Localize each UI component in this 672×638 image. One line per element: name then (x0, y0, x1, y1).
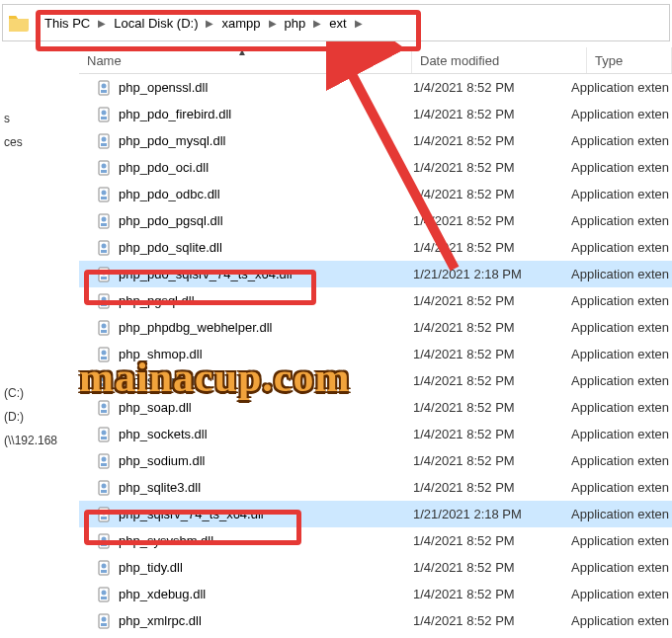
nav-tree-item-fragment[interactable] (0, 371, 79, 381)
file-row[interactable]: php_snmp.dll1/4/2021 8:52 PMApplication … (79, 367, 672, 394)
dll-file-icon (97, 133, 113, 149)
dll-file-icon (97, 213, 113, 229)
file-type: Application exten (571, 373, 672, 388)
file-type: Application exten (571, 400, 672, 415)
file-row[interactable]: php_shmop.dll1/4/2021 8:52 PMApplication… (79, 341, 672, 367)
file-row[interactable]: php_sqlite3.dll1/4/2021 8:52 PMApplicati… (79, 474, 672, 501)
dll-file-icon (97, 267, 113, 282)
file-date: 1/21/2021 2:18 PM (413, 267, 571, 281)
file-type: Application exten (571, 160, 672, 175)
dll-file-icon (97, 560, 113, 576)
file-row[interactable]: php_pdo_mysql.dll1/4/2021 8:52 PMApplica… (79, 127, 672, 154)
file-date: 1/4/2021 8:52 PM (413, 133, 571, 148)
file-date: 1/4/2021 8:52 PM (413, 373, 571, 388)
file-type: Application exten (571, 533, 672, 548)
file-name: php_soap.dll (119, 400, 192, 415)
address-bar[interactable]: This PC▶Local Disk (D:)▶xampp▶php▶ext▶ (2, 4, 670, 41)
file-date: 1/4/2021 8:52 PM (413, 480, 571, 495)
chevron-right-icon[interactable]: ▶ (353, 18, 365, 29)
svg-point-61 (102, 616, 107, 621)
file-row[interactable]: php_soap.dll1/4/2021 8:52 PMApplication … (79, 394, 672, 421)
svg-rect-35 (101, 383, 107, 386)
chevron-right-icon[interactable]: ▶ (311, 18, 323, 29)
nav-tree-item-fragment[interactable]: (D:) (0, 405, 79, 429)
breadcrumb-segment[interactable]: Local Disk (D:) (108, 5, 204, 40)
file-date: 1/4/2021 8:52 PM (413, 347, 571, 361)
file-name: php_sqlite3.dll (119, 480, 201, 495)
nav-tree-item-fragment[interactable]: s (0, 107, 79, 130)
file-row[interactable]: php_xmlrpc.dll1/4/2021 8:52 PMApplicatio… (79, 607, 672, 634)
svg-rect-11 (101, 170, 107, 173)
svg-point-37 (102, 403, 107, 408)
file-row[interactable]: php_tidy.dll1/4/2021 8:52 PMApplication … (79, 554, 672, 581)
svg-point-46 (102, 483, 107, 488)
svg-rect-41 (101, 437, 107, 439)
file-name: php_pdo_mysql.dll (119, 133, 225, 148)
file-date: 1/4/2021 8:52 PM (413, 533, 571, 548)
file-type: Application exten (571, 427, 672, 441)
file-row[interactable]: php_phpdbg_webhelper.dll1/4/2021 8:52 PM… (79, 314, 672, 341)
nav-tree-item-fragment[interactable]: ces (0, 130, 79, 154)
file-type: Application exten (571, 187, 672, 201)
nav-tree-item-fragment[interactable] (0, 154, 79, 164)
dll-file-icon (97, 507, 113, 522)
dll-file-icon (97, 160, 113, 176)
column-header-date[interactable]: Date modified (412, 47, 587, 73)
svg-rect-53 (101, 543, 107, 546)
chevron-right-icon[interactable]: ▶ (267, 18, 279, 29)
file-row[interactable]: php_pgsql.dll1/4/2021 8:52 PMApplication… (79, 287, 672, 314)
file-row[interactable]: php_pdo_pgsql.dll1/4/2021 8:52 PMApplica… (79, 207, 672, 234)
file-type: Application exten (571, 507, 672, 521)
svg-point-28 (102, 323, 107, 328)
sort-indicator-icon: ▲ (237, 46, 247, 57)
file-type: Application exten (571, 613, 672, 628)
file-date: 1/4/2021 8:52 PM (413, 80, 571, 95)
svg-point-16 (102, 216, 107, 221)
svg-rect-38 (101, 410, 107, 413)
file-row[interactable]: php_pdo_sqlite.dll1/4/2021 8:52 PMApplic… (79, 234, 672, 261)
nav-tree-item-fragment[interactable] (0, 361, 79, 371)
dll-file-icon (97, 347, 113, 362)
file-row[interactable]: php_pdo_sqlsrv_74_ts_x64.dll1/21/2021 2:… (79, 261, 672, 287)
file-name: php_xmlrpc.dll (119, 613, 202, 628)
file-row[interactable]: php_sqlsrv_74_ts_x64.dll1/21/2021 2:18 P… (79, 501, 672, 527)
svg-rect-32 (101, 357, 107, 359)
file-row[interactable]: php_pdo_odbc.dll1/4/2021 8:52 PMApplicat… (79, 181, 672, 207)
svg-rect-20 (101, 250, 107, 253)
breadcrumb-segment[interactable]: php (279, 5, 312, 40)
file-row[interactable]: php_sysvshm.dll1/4/2021 8:52 PMApplicati… (79, 527, 672, 554)
chevron-right-icon[interactable]: ▶ (96, 18, 108, 29)
dll-file-icon (97, 320, 113, 336)
nav-tree-item-fragment[interactable]: (\\192.168 (0, 429, 79, 452)
breadcrumb-segment[interactable]: This PC (39, 5, 96, 40)
file-date: 1/4/2021 8:52 PM (413, 293, 571, 308)
file-type: Application exten (571, 240, 672, 255)
file-date: 1/4/2021 8:52 PM (413, 320, 571, 335)
nav-tree-item-fragment[interactable]: (C:) (0, 381, 79, 405)
file-name: php_pdo_sqlsrv_74_ts_x64.dll (119, 267, 293, 281)
dll-file-icon (97, 480, 113, 496)
breadcrumb-segment[interactable]: xampp (215, 5, 266, 40)
dll-file-icon (97, 427, 113, 442)
chevron-right-icon[interactable]: ▶ (204, 18, 215, 29)
file-name: php_pdo_firebird.dll (119, 107, 231, 121)
file-row[interactable]: php_sodium.dll1/4/2021 8:52 PMApplicatio… (79, 447, 672, 474)
file-row[interactable]: php_sockets.dll1/4/2021 8:52 PMApplicati… (79, 421, 672, 447)
svg-point-1 (102, 83, 107, 88)
column-header-type[interactable]: Type (587, 47, 672, 73)
svg-point-40 (102, 430, 107, 435)
svg-point-7 (102, 136, 107, 141)
dll-file-icon (97, 187, 113, 202)
file-row[interactable]: php_pdo_firebird.dll1/4/2021 8:52 PMAppl… (79, 101, 672, 127)
file-row[interactable]: php_xdebug.dll1/4/2021 8:52 PMApplicatio… (79, 581, 672, 607)
dll-file-icon (97, 453, 113, 469)
file-row[interactable]: php_openssl.dll1/4/2021 8:52 PMApplicati… (79, 74, 672, 101)
breadcrumb-segment[interactable]: ext (323, 5, 352, 40)
file-name: php_xdebug.dll (119, 587, 206, 601)
svg-point-49 (102, 510, 107, 515)
file-type: Application exten (571, 213, 672, 228)
file-row[interactable]: php_pdo_oci.dll1/4/2021 8:52 PMApplicati… (79, 154, 672, 181)
svg-point-10 (102, 163, 107, 168)
file-name: php_pdo_pgsql.dll (119, 213, 223, 228)
file-date: 1/4/2021 8:52 PM (413, 613, 571, 628)
